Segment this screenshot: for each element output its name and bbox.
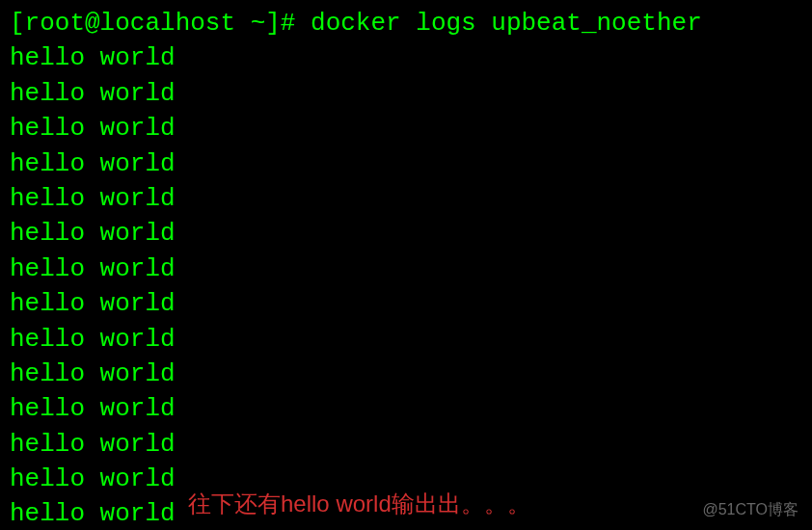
output-line: hello world (10, 216, 802, 251)
output-line: hello world (10, 391, 802, 426)
watermark-text: @51CTO博客 (702, 499, 798, 520)
terminal-window[interactable]: [root@localhost ~]# docker logs upbeat_n… (10, 6, 802, 530)
annotation-text: 往下还有hello world输出出。。。 (188, 488, 530, 520)
output-line: hello world (10, 252, 802, 286)
command-line: [root@localhost ~]# docker logs upbeat_n… (10, 6, 802, 40)
output-container: hello worldhello worldhello worldhello w… (10, 40, 802, 530)
command-text: docker logs upbeat_noether (311, 9, 702, 38)
output-line: hello world (10, 357, 802, 391)
output-line: hello world (10, 286, 802, 321)
output-line: hello world (10, 111, 802, 146)
output-line: hello world (10, 322, 802, 357)
output-line: hello world (10, 181, 802, 216)
output-line: hello world (10, 40, 802, 75)
output-line: hello world (10, 146, 802, 181)
shell-prompt: [root@localhost ~]# (10, 9, 311, 38)
output-line: hello world (10, 76, 802, 111)
output-line: hello world (10, 427, 802, 462)
